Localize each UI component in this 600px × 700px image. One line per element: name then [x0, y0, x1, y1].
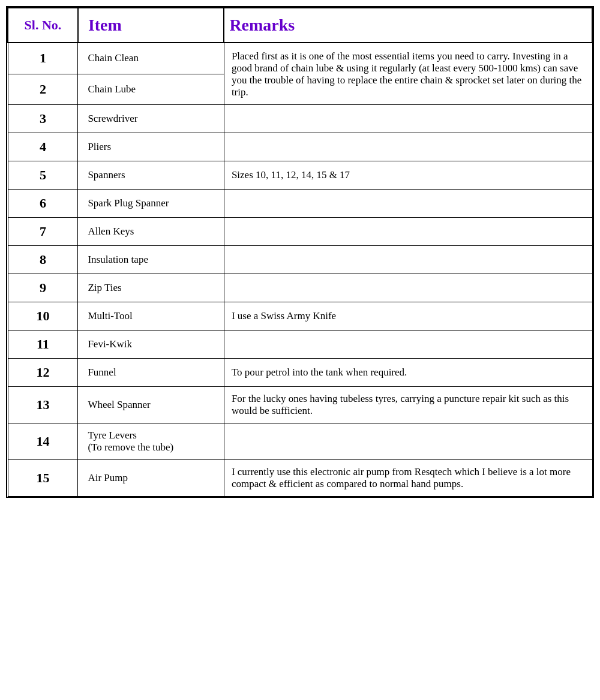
- cell-item: Chain Lube: [78, 74, 224, 104]
- cell-remarks: I use a Swiss Army Knife: [224, 302, 592, 331]
- cell-remarks: [224, 423, 592, 460]
- cell-item: Zip Ties: [78, 274, 224, 302]
- cell-item: Pliers: [78, 133, 224, 161]
- table-row: 11Fevi-Kwik: [8, 331, 592, 359]
- cell-slno: 12: [8, 359, 78, 387]
- cell-remarks: [224, 105, 592, 133]
- cell-item: Funnel: [78, 359, 224, 387]
- cell-slno: 14: [8, 423, 78, 460]
- cell-remarks: I currently use this electronic air pump…: [224, 460, 592, 497]
- cell-remarks: [224, 133, 592, 161]
- cell-item: Wheel Spanner: [78, 387, 224, 423]
- table-row: 10Multi-ToolI use a Swiss Army Knife: [8, 302, 592, 331]
- cell-remarks: [224, 331, 592, 359]
- cell-slno: 10: [8, 302, 78, 331]
- cell-slno: 2: [8, 74, 78, 104]
- cell-item: Tyre Levers(To remove the tube): [78, 423, 224, 460]
- cell-remarks: [224, 246, 592, 274]
- cell-slno: 6: [8, 190, 78, 218]
- table-row: 7Allen Keys: [8, 218, 592, 246]
- cell-remarks: [224, 190, 592, 218]
- cell-slno: 4: [8, 133, 78, 161]
- table-row: 9Zip Ties: [8, 274, 592, 302]
- cell-slno: 9: [8, 274, 78, 302]
- table-row: 5SpannersSizes 10, 11, 12, 14, 15 & 17: [8, 161, 592, 190]
- cell-item: Air Pump: [78, 460, 224, 497]
- cell-slno: 8: [8, 246, 78, 274]
- cell-remarks: To pour petrol into the tank when requir…: [224, 359, 592, 387]
- table-row: 6Spark Plug Spanner: [8, 190, 592, 218]
- cell-remarks: Sizes 10, 11, 12, 14, 15 & 17: [224, 161, 592, 190]
- cell-slno: 11: [8, 331, 78, 359]
- items-table: Sl. No. Item Remarks 1Chain CleanPlaced …: [7, 7, 593, 497]
- cell-slno: 7: [8, 218, 78, 246]
- table-row: 13Wheel SpannerFor the lucky ones having…: [8, 387, 592, 423]
- table-row: 3Screwdriver: [8, 105, 592, 133]
- table-header-row: Sl. No. Item Remarks: [8, 8, 592, 43]
- main-table-wrapper: Sl. No. Item Remarks 1Chain CleanPlaced …: [6, 6, 594, 498]
- cell-item: Multi-Tool: [78, 302, 224, 331]
- cell-slno: 13: [8, 387, 78, 423]
- cell-slno: 15: [8, 460, 78, 497]
- header-slno: Sl. No.: [8, 8, 78, 43]
- cell-item: Chain Clean: [78, 43, 224, 74]
- cell-item: Allen Keys: [78, 218, 224, 246]
- cell-item: Fevi-Kwik: [78, 331, 224, 359]
- table-row: 12FunnelTo pour petrol into the tank whe…: [8, 359, 592, 387]
- table-row: 15Air PumpI currently use this electroni…: [8, 460, 592, 497]
- table-row: 14Tyre Levers(To remove the tube): [8, 423, 592, 460]
- table-row: 1Chain CleanPlaced first as it is one of…: [8, 43, 592, 74]
- cell-remarks: For the lucky ones having tubeless tyres…: [224, 387, 592, 423]
- header-item: Item: [78, 8, 224, 43]
- cell-remarks: Placed first as it is one of the most es…: [224, 43, 592, 105]
- cell-item: Spark Plug Spanner: [78, 190, 224, 218]
- cell-item: Screwdriver: [78, 105, 224, 133]
- cell-item: Spanners: [78, 161, 224, 190]
- cell-remarks: [224, 274, 592, 302]
- header-remarks: Remarks: [224, 8, 592, 43]
- table-row: 4Pliers: [8, 133, 592, 161]
- cell-remarks: [224, 218, 592, 246]
- table-row: 8Insulation tape: [8, 246, 592, 274]
- cell-slno: 3: [8, 105, 78, 133]
- cell-slno: 5: [8, 161, 78, 190]
- cell-item: Insulation tape: [78, 246, 224, 274]
- cell-slno: 1: [8, 43, 78, 74]
